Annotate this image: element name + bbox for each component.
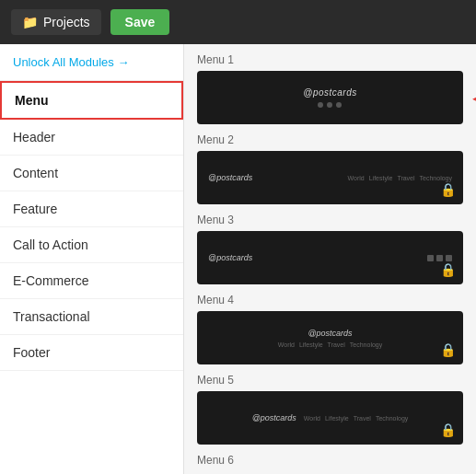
lock-icon-3: 🔒	[440, 262, 456, 277]
menu-5-wrapper: @postcards World Lifestyle Travel Techno…	[197, 391, 463, 445]
main-layout: Unlock All Modules → Menu Header Content…	[0, 44, 476, 474]
menu-3-label: Menu 3	[197, 214, 463, 226]
menu-2-label: Menu 2	[197, 133, 463, 146]
menu-group-2: Menu 2 @postcards World Lifestyle Travel…	[197, 133, 463, 204]
menu-4-logo: @postcards	[308, 329, 352, 338]
menu-1-card[interactable]: @postcards	[197, 71, 463, 124]
menu-2-content: @postcards World Lifestyle Travel Techno…	[197, 173, 463, 182]
social-dot-3	[336, 102, 342, 108]
nav5-lifestyle: Lifestyle	[325, 415, 349, 422]
projects-label: Projects	[43, 15, 90, 29]
menu-1-logo: @postcards	[303, 87, 357, 98]
nav-travel: Travel	[397, 175, 414, 181]
nav4-lifestyle: Lifestyle	[299, 341, 323, 348]
nav5-technology: Technology	[376, 415, 408, 422]
menu-4-card[interactable]: @postcards World Lifestyle Travel Techno…	[197, 311, 463, 364]
nav4-world: World	[278, 341, 295, 348]
sidebar-item-transactional[interactable]: Transactional	[0, 299, 183, 335]
save-button[interactable]: Save	[110, 9, 170, 35]
menu-group-4: Menu 4 @postcards World Lifestyle Travel…	[197, 294, 463, 364]
menu-3-logo: @postcards	[208, 253, 252, 262]
menu-group-6: Menu 6	[197, 454, 463, 467]
lock-icon-2: 🔒	[440, 182, 456, 197]
menu-4-label: Menu 4	[197, 294, 463, 306]
menu-2-wrapper: @postcards World Lifestyle Travel Techno…	[197, 151, 463, 204]
menu-3-content: @postcards	[197, 253, 463, 262]
sidebar-item-feature[interactable]: Feature	[0, 191, 183, 227]
menu-5-label: Menu 5	[197, 374, 463, 387]
menu-2-nav: World Lifestyle Travel Technology	[348, 175, 452, 181]
menu-1-content: @postcards	[303, 87, 357, 108]
menu-5-logo: @postcards	[252, 413, 296, 422]
soc-2	[436, 255, 443, 261]
lock-icon-5: 🔒	[440, 422, 456, 437]
menu-5-card[interactable]: @postcards World Lifestyle Travel Techno…	[197, 391, 463, 445]
selection-arrow: ◀	[472, 87, 476, 109]
sidebar-item-header[interactable]: Header	[0, 120, 183, 156]
menu-3-wrapper: @postcards 🔒	[197, 231, 463, 284]
menu-2-card[interactable]: @postcards World Lifestyle Travel Techno…	[197, 151, 463, 204]
folder-icon: 📁	[22, 15, 38, 29]
sidebar-item-footer[interactable]: Footer	[0, 335, 183, 371]
soc-3	[446, 255, 452, 261]
sidebar: Unlock All Modules → Menu Header Content…	[0, 44, 184, 474]
menu-5-nav: World Lifestyle Travel Technology	[304, 415, 408, 422]
menu-group-1: Menu 1 @postcards ◀	[197, 53, 463, 124]
nav4-technology: Technology	[350, 341, 382, 348]
social-dot-1	[318, 102, 323, 108]
sidebar-item-menu[interactable]: Menu	[0, 81, 183, 120]
menu-4-content: @postcards World Lifestyle Travel Techno…	[197, 329, 463, 348]
menu-4-wrapper: @postcards World Lifestyle Travel Techno…	[197, 311, 463, 364]
menu-1-label: Menu 1	[197, 53, 463, 66]
sidebar-item-call-to-action[interactable]: Call to Action	[0, 227, 183, 263]
nav5-travel: Travel	[354, 415, 371, 422]
sidebar-item-content[interactable]: Content	[0, 156, 183, 191]
content-area: Menu 1 @postcards ◀ Menu	[184, 44, 476, 474]
menu-5-content: @postcards World Lifestyle Travel Techno…	[241, 413, 420, 422]
menu-3-card[interactable]: @postcards 🔒	[197, 231, 463, 284]
unlock-modules-link[interactable]: Unlock All Modules →	[0, 44, 183, 81]
menu-1-wrapper: @postcards ◀	[197, 71, 463, 124]
topbar: 📁 Projects Save	[0, 0, 476, 44]
social-dot-2	[327, 102, 332, 108]
sidebar-item-e-commerce[interactable]: E-Commerce	[0, 263, 183, 299]
menu-4-nav: World Lifestyle Travel Technology	[278, 341, 382, 348]
menu-6-label: Menu 6	[197, 454, 463, 467]
projects-button[interactable]: 📁 Projects	[11, 9, 101, 35]
menu-group-3: Menu 3 @postcards 🔒	[197, 214, 463, 284]
menu-group-5: Menu 5 @postcards World Lifestyle Travel…	[197, 374, 463, 445]
nav-lifestyle: Lifestyle	[369, 175, 393, 181]
menu-1-socials	[318, 102, 342, 108]
menu-3-social	[427, 255, 452, 261]
soc-1	[427, 255, 434, 261]
nav-world: World	[348, 175, 365, 181]
nav4-travel: Travel	[328, 341, 345, 348]
menu-2-logo: @postcards	[208, 173, 252, 182]
nav-technology: Technology	[420, 175, 452, 181]
nav5-world: World	[304, 415, 320, 422]
